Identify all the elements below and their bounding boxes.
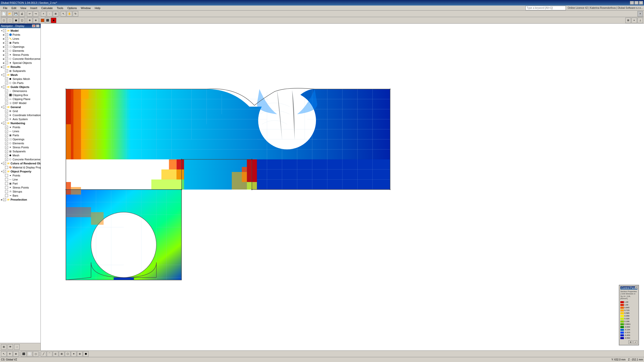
nav-pin-button[interactable]: 📌 bbox=[32, 24, 35, 27]
tree-item-preselection[interactable]: ▶ 📁 Preselection bbox=[1, 198, 40, 202]
menu-window[interactable]: Window bbox=[79, 6, 93, 10]
menu-options[interactable]: Options bbox=[65, 6, 79, 10]
tree-item-clip-box[interactable]: ⬛ Clipping Box bbox=[3, 93, 40, 97]
check-num-parts[interactable] bbox=[5, 134, 8, 137]
tree-item-concrete[interactable]: ▶ ⬡ Concrete Reinforcement bbox=[3, 57, 40, 61]
menu-calculate[interactable]: Calculate bbox=[39, 6, 55, 10]
tree-item-op-stirrups[interactable]: ⊓ Stirrups bbox=[3, 190, 40, 194]
close-button[interactable]: × bbox=[639, 1, 643, 5]
check-op-bars[interactable] bbox=[5, 194, 8, 197]
new-button[interactable]: 📄 bbox=[1, 11, 7, 17]
tree-item-guide[interactable]: ▼ 📁 Guide Objects bbox=[1, 85, 40, 89]
tree-item-axis[interactable]: ✛ Axis System bbox=[3, 117, 40, 121]
check-num-stress[interactable] bbox=[5, 146, 8, 149]
tree-item-num-subpanels[interactable]: ▧ Subpanels bbox=[3, 149, 40, 153]
rotate-button[interactable]: ↻ bbox=[73, 11, 78, 17]
tree-item-openings[interactable]: ▶ ⬜ Openings bbox=[3, 45, 40, 49]
check-colors[interactable] bbox=[3, 162, 6, 165]
bt-btn12[interactable]: ✶ bbox=[71, 351, 76, 357]
menu-edit[interactable]: Edit bbox=[10, 6, 18, 10]
tree-item-material[interactable]: 🎨 Material & Display Properties bbox=[3, 165, 40, 169]
check-special[interactable] bbox=[5, 61, 8, 64]
bt-btn14[interactable]: ⬢ bbox=[83, 351, 89, 357]
tree-item-parts[interactable]: ▶ ▦ Parts bbox=[3, 41, 40, 45]
legend-settings-button[interactable]: ⚙ bbox=[628, 340, 632, 344]
tree-item-num-parts[interactable]: ▦ Parts bbox=[3, 133, 40, 137]
check-op-line[interactable] bbox=[5, 178, 8, 181]
zoom-in-button[interactable]: + bbox=[41, 11, 46, 17]
tree-item-model[interactable]: ▼ 📁 Model bbox=[1, 29, 40, 33]
check-op-part[interactable] bbox=[5, 182, 8, 185]
control-panel-close-button[interactable]: × bbox=[635, 286, 638, 289]
check-subpanels[interactable] bbox=[5, 69, 8, 72]
tree-item-points[interactable]: ▶ 🔵 Points bbox=[3, 33, 40, 37]
tb2-grid[interactable]: ⊞ bbox=[625, 18, 631, 23]
tree-item-grid[interactable]: ⊞ Grid bbox=[3, 109, 40, 113]
check-points[interactable] bbox=[5, 33, 8, 36]
check-num-points[interactable] bbox=[5, 126, 8, 129]
tb2-btn7[interactable]: ⬛ bbox=[45, 18, 50, 23]
tb2-btn4[interactable]: ◫ bbox=[19, 18, 25, 23]
check-general[interactable] bbox=[3, 106, 6, 109]
bt-btn5[interactable]: ⬜ bbox=[27, 351, 32, 357]
tree-item-mesh[interactable]: ▼ 📁 Mesh bbox=[1, 73, 40, 77]
close-view-button[interactable]: × bbox=[637, 11, 643, 17]
zoom-out-button[interactable]: - bbox=[47, 11, 52, 17]
bt-btn10[interactable]: ⊞ bbox=[59, 351, 64, 357]
tree-item-colors[interactable]: ▼ 📁 Colors of Rendered Objects by bbox=[1, 161, 40, 165]
tree-item-op-part[interactable]: ▦ Part bbox=[3, 182, 40, 186]
fit-button[interactable]: ⊞ bbox=[53, 11, 58, 17]
check-parts[interactable] bbox=[5, 41, 8, 44]
tree-item-num-points[interactable]: ● Points bbox=[3, 125, 40, 129]
bt-btn7[interactable]: ╱ bbox=[41, 351, 46, 357]
bt-btn3[interactable]: ⊕ bbox=[13, 351, 19, 357]
tree-item-dxf[interactable]: ⌸ DXF Model bbox=[3, 101, 40, 105]
check-clip-plane[interactable] bbox=[5, 98, 8, 101]
check-num-elements[interactable] bbox=[5, 142, 8, 145]
bt-btn1[interactable]: ↖ bbox=[1, 351, 7, 357]
tree-item-stress-points[interactable]: ▶ ✦ Stress Points bbox=[3, 53, 40, 57]
nav-bottom-btn3[interactable]: → bbox=[14, 344, 20, 350]
check-numbering[interactable] bbox=[3, 122, 6, 125]
check-guide[interactable] bbox=[3, 85, 6, 88]
check-num-subpanels[interactable] bbox=[5, 150, 8, 153]
check-num-lines[interactable] bbox=[5, 130, 8, 133]
tree-item-obj-prop[interactable]: ▼ 📁 Object Property bbox=[1, 169, 40, 173]
bt-btn6[interactable]: ◻ bbox=[33, 351, 38, 357]
check-op-stirrups[interactable] bbox=[5, 190, 8, 193]
check-num-mesh[interactable] bbox=[5, 154, 8, 157]
check-results[interactable] bbox=[3, 65, 6, 68]
check-simplex[interactable] bbox=[5, 77, 8, 80]
tb2-btn5[interactable]: ⊕ bbox=[27, 18, 32, 23]
menu-file[interactable]: File bbox=[1, 6, 10, 10]
nav-bottom-btn2[interactable]: 👁 bbox=[8, 344, 13, 350]
tb2-stop[interactable]: ■ bbox=[51, 18, 56, 23]
legend-expand-button[interactable]: ⤢ bbox=[633, 340, 637, 344]
tree-item-num-elements[interactable]: ⬡ Elements bbox=[3, 141, 40, 145]
tree-item-results[interactable]: ▶ 📁 Results bbox=[1, 65, 40, 69]
check-concrete[interactable] bbox=[5, 57, 8, 60]
tree-item-num-mesh[interactable]: ⬢ Mesh bbox=[3, 153, 40, 157]
tb2-btn1[interactable]: ◻ bbox=[1, 18, 7, 23]
tree-item-elements[interactable]: ▶ ⬡ Elements bbox=[3, 49, 40, 53]
tb2-ortho[interactable]: ⊥ bbox=[637, 18, 643, 23]
tree-item-op-points[interactable]: ● Points bbox=[3, 173, 40, 177]
tree-item-numbering[interactable]: ▼ 📁 Numbering bbox=[1, 121, 40, 125]
check-obj-prop[interactable] bbox=[3, 170, 6, 173]
tree-item-op-bars[interactable]: ━ Bars bbox=[3, 194, 40, 198]
tree-item-op-line[interactable]: — Line bbox=[3, 177, 40, 182]
tree-item-num-concrete[interactable]: ⬡ Concrete Reinforcement bbox=[3, 157, 40, 161]
check-op-points[interactable] bbox=[5, 174, 8, 177]
check-coord[interactable] bbox=[5, 114, 8, 117]
tb2-snap[interactable]: ⌖ bbox=[631, 18, 637, 23]
tree-item-num-openings[interactable]: ⬜ Openings bbox=[3, 137, 40, 141]
menu-tools[interactable]: Tools bbox=[55, 6, 65, 10]
tree-item-general[interactable]: ▼ 📁 General bbox=[1, 105, 40, 109]
check-elements[interactable] bbox=[5, 49, 8, 52]
tree-item-num-stress[interactable]: ✦ Stress Points bbox=[3, 145, 40, 149]
check-stress-points[interactable] bbox=[5, 53, 8, 56]
bt-btn9[interactable]: ⊏ bbox=[53, 351, 58, 357]
tree-item-dimensions[interactable]: ↔ Dimensions bbox=[3, 89, 40, 93]
print-button[interactable]: 🖨 bbox=[19, 11, 25, 17]
menu-insert[interactable]: Insert bbox=[28, 6, 39, 10]
